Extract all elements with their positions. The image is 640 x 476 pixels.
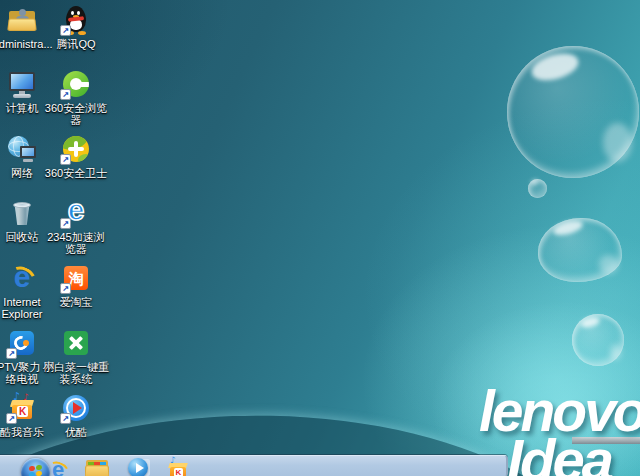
qq-penguin-icon: ↗ xyxy=(60,4,92,36)
pptv-icon: ↗ xyxy=(6,327,38,359)
shortcut-arrow-icon: ↗ xyxy=(60,25,71,36)
desktop-icon-ai-taobao[interactable]: 淘 ↗ 爱淘宝 xyxy=(42,262,110,308)
internet-explorer-icon: e xyxy=(6,262,38,294)
shortcut-arrow-icon: ↗ xyxy=(6,348,17,359)
taskbar-kuwo-button[interactable]: K♪ xyxy=(167,458,197,476)
desktop-icon-tencent-qq[interactable]: ↗ 腾讯QQ xyxy=(42,4,110,50)
icon-label: 爱淘宝 xyxy=(42,296,110,308)
desktop-icon-360-browser[interactable]: ↗ 360安全浏览 器 xyxy=(42,68,110,126)
2345-browser-icon: e ↗ xyxy=(60,197,92,229)
icon-label: 360安全卫士 xyxy=(42,167,110,179)
taskbar: e K♪ xyxy=(0,455,508,476)
360-safeguard-icon: ↗ xyxy=(60,133,92,165)
shortcut-arrow-icon: ↗ xyxy=(6,413,17,424)
icon-label: 360安全浏览 器 xyxy=(42,102,110,126)
bubble-small-icon xyxy=(528,179,547,198)
xiaobaicai-icon xyxy=(60,327,92,359)
desktop-icon-youku[interactable]: ↗ 优酷 xyxy=(42,392,110,438)
taobao-icon: 淘 ↗ xyxy=(60,262,92,294)
icon-label: 小白菜一键重 装系统 xyxy=(42,361,110,385)
idea-logo-text: Idea xyxy=(507,431,611,476)
desktop[interactable]: lenovo Idea Administra... ↗ 腾讯QQ 计算机 ↗ 3… xyxy=(0,0,640,476)
icon-label: 腾讯QQ xyxy=(42,38,110,50)
shortcut-arrow-icon: ↗ xyxy=(60,89,71,100)
taskbar-media-player-button[interactable] xyxy=(127,458,157,476)
shortcut-arrow-icon: ↗ xyxy=(60,283,71,294)
shortcut-arrow-icon: ↗ xyxy=(60,413,71,424)
bubble-bottom-icon xyxy=(572,314,624,366)
computer-icon xyxy=(6,68,38,100)
user-folder-icon xyxy=(6,4,38,36)
recycle-bin-icon xyxy=(6,197,38,229)
desktop-icon-360-safeguard[interactable]: ↗ 360安全卫士 xyxy=(42,133,110,179)
desktop-icon-xiaobaicai[interactable]: 小白菜一键重 装系统 xyxy=(42,327,110,385)
youku-icon: ↗ xyxy=(60,392,92,424)
desktop-icon-2345-browser[interactable]: e ↗ 2345加速浏 览器 xyxy=(42,197,110,255)
shortcut-arrow-icon: ↗ xyxy=(60,218,71,229)
taskbar-internet-explorer-button[interactable]: e xyxy=(45,458,75,476)
icon-label: 优酷 xyxy=(42,426,110,438)
kuwo-music-icon: K ♪♪ ↗ xyxy=(6,392,38,424)
shortcut-arrow-icon: ↗ xyxy=(60,154,71,165)
360-browser-icon: ↗ xyxy=(60,68,92,100)
bubble-medium-icon xyxy=(538,218,622,282)
icon-label: 2345加速浏 览器 xyxy=(42,231,110,255)
taskbar-explorer-button[interactable] xyxy=(84,458,114,476)
bubble-large-icon xyxy=(507,46,639,178)
network-icon xyxy=(6,133,38,165)
